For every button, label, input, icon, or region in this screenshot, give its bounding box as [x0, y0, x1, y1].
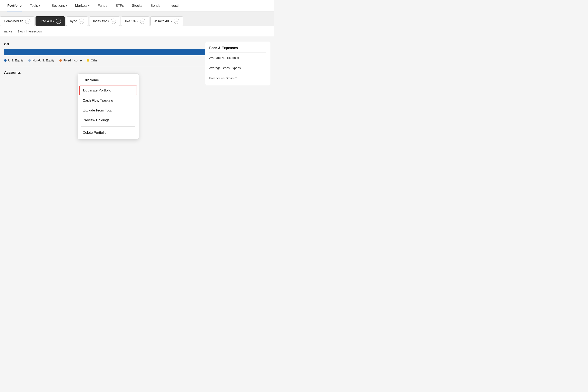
section-tab-stock-intersection[interactable]: Stock Intersection — [17, 29, 42, 34]
menu-item-cash-flow-tracking[interactable]: Cash Flow Tracking — [78, 96, 139, 106]
nav-item-bonds[interactable]: Bonds — [147, 0, 164, 12]
menu-item-duplicate-portfolio[interactable]: Duplicate Portfolio — [80, 86, 137, 95]
tab-menu-button-jsmith[interactable]: ••• — [174, 18, 179, 24]
nav-item-tools[interactable]: Tools ▾ — [26, 0, 43, 12]
tab-menu-button-index[interactable]: ••• — [111, 18, 116, 24]
legend-item-fixed-income: Fixed Income — [60, 58, 82, 62]
chevron-down-icon: ▾ — [66, 4, 67, 7]
menu-item-preview-holdings[interactable]: Preview Holdings — [78, 115, 139, 125]
nav-item-investing[interactable]: Investi... — [165, 0, 184, 12]
nav-item-markets[interactable]: Markets ▾ — [72, 0, 93, 12]
fees-row-prospectus: Prospectus Gross C... — [209, 75, 266, 81]
main-content: on U.S. Equity Non-U.S. Equity Fixed Inc… — [0, 37, 274, 80]
menu-item-exclude-from-total[interactable]: Exclude From Total — [78, 106, 139, 115]
tab-combined-big[interactable]: CombinedBig ••• — [0, 16, 34, 26]
tab-jsmith-401k[interactable]: JSmith 401k ••• — [150, 16, 183, 26]
tab-index-track[interactable]: Index track ••• — [89, 16, 120, 26]
legend-item-non-us-equity: Non-U.S. Equity — [28, 58, 54, 62]
chevron-down-icon: ▾ — [88, 4, 90, 7]
tab-menu-button-fred[interactable]: ••• — [56, 18, 61, 24]
nav-item-portfolio[interactable]: Portfolio — [4, 0, 25, 12]
fees-expenses-card: Fees & Expenses Average Net Expense Aver… — [205, 42, 270, 85]
chevron-down-icon: ▾ — [39, 4, 40, 7]
tab-menu-button-hypo[interactable]: ••• — [79, 18, 84, 24]
legend-dot-other — [87, 59, 89, 62]
section-tab-nance[interactable]: nance — [4, 29, 12, 34]
sections-row: nance Stock Intersection — [0, 26, 274, 37]
legend-item-other: Other — [87, 58, 98, 62]
fees-divider-1 — [209, 52, 266, 53]
legend-dot-non-us-equity — [28, 59, 31, 62]
nav-item-etfs[interactable]: ETFs — [112, 0, 127, 12]
nav-item-sections[interactable]: Sections ▾ — [48, 0, 70, 12]
tab-hypo[interactable]: hypo ••• — [66, 16, 88, 26]
legend-dot-us-equity — [4, 59, 6, 62]
fees-row-net-expense: Average Net Expense — [209, 55, 266, 61]
dropdown-menu-container: Edit Name Duplicate Portfolio Cash Flow … — [78, 74, 139, 140]
nav-item-stocks[interactable]: Stocks — [128, 0, 146, 12]
portfolio-tabs-row: CombinedBig ••• Fred 401k ••• hypo ••• I… — [0, 12, 274, 26]
portfolio-context-menu: Edit Name Duplicate Portfolio Cash Flow … — [78, 74, 139, 140]
nav-divider — [46, 3, 46, 9]
nav-item-funds[interactable]: Funds — [94, 0, 110, 12]
tab-ira-1999[interactable]: IRA 1999 ••• — [121, 16, 149, 26]
fees-row-gross-expense: Average Gross Expens... — [209, 65, 266, 71]
fees-divider-2 — [209, 63, 266, 63]
top-navigation: Portfolio Tools ▾ Sections ▾ Markets ▾ F… — [0, 0, 274, 12]
tab-fred-401k[interactable]: Fred 401k ••• — [36, 16, 65, 26]
legend-dot-fixed-income — [60, 59, 62, 62]
tab-menu-button-ira[interactable]: ••• — [140, 18, 145, 24]
menu-item-delete-portfolio[interactable]: Delete Portfolio — [78, 128, 139, 138]
legend-item-us-equity: U.S. Equity — [4, 58, 24, 62]
menu-item-edit-name[interactable]: Edit Name — [78, 75, 139, 85]
tab-menu-button-combined[interactable]: ••• — [25, 18, 30, 24]
